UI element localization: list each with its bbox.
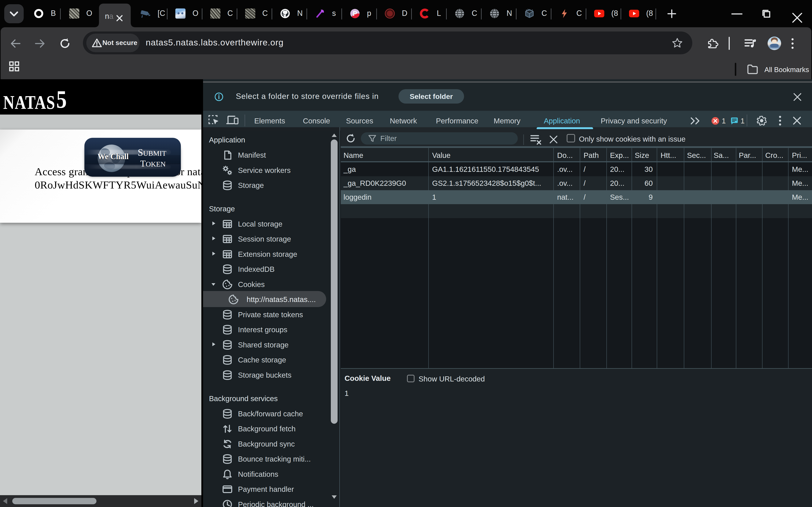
svg-text:P: P xyxy=(353,10,357,17)
